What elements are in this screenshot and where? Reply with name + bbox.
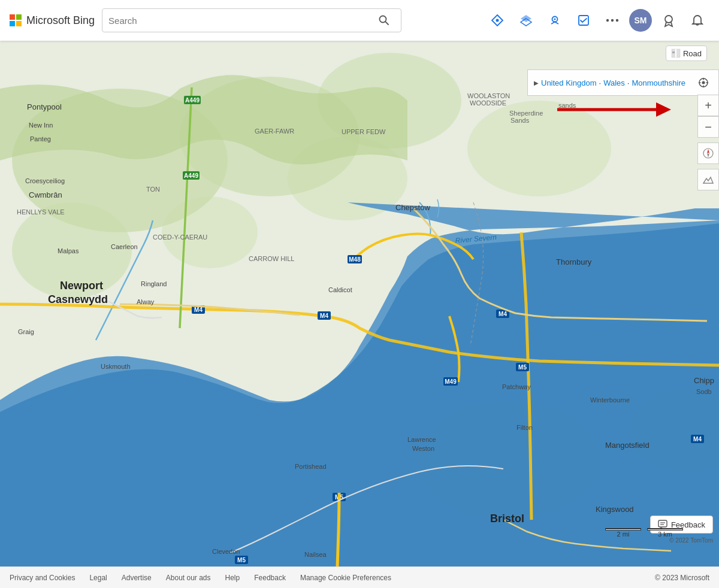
svg-text:M4: M4: [320, 313, 328, 319]
map-copyright: © 2022 TomTom: [669, 537, 713, 544]
layers-button[interactable]: [514, 8, 538, 32]
compass-button[interactable]: [697, 143, 719, 164]
svg-point-15: [616, 19, 618, 22]
svg-marker-107: [707, 149, 709, 153]
bing-logo[interactable]: Microsoft Bing: [10, 14, 95, 27]
svg-text:Bristol: Bristol: [490, 513, 524, 525]
search-box: [102, 8, 401, 32]
breadcrumb-country[interactable]: United Kingdom: [541, 78, 597, 87]
svg-text:Panteg: Panteg: [30, 135, 51, 143]
svg-text:Alway: Alway: [137, 298, 155, 305]
places-button[interactable]: [543, 8, 567, 32]
directions-icon: [491, 14, 504, 27]
header-tools: SM: [485, 8, 709, 32]
svg-text:A449: A449: [185, 97, 200, 104]
svg-text:M4: M4: [194, 307, 203, 313]
svg-text:Newport: Newport: [60, 280, 103, 292]
road-view-icon: [671, 49, 681, 58]
svg-text:WOOLASTON: WOOLASTON: [467, 92, 510, 99]
user-avatar[interactable]: SM: [629, 9, 652, 32]
svg-text:Portishead: Portishead: [295, 463, 327, 470]
scale-km: 3 km: [647, 528, 683, 538]
svg-text:WOODSIDE: WOODSIDE: [470, 99, 506, 107]
svg-rect-0: [10, 14, 15, 20]
notifications-button[interactable]: [685, 8, 709, 32]
more-button[interactable]: [600, 8, 624, 32]
layers-icon: [519, 14, 533, 27]
svg-text:M5: M5: [518, 364, 527, 371]
svg-point-16: [665, 16, 672, 23]
svg-text:HENLLYS VALE: HENLLYS VALE: [17, 208, 65, 216]
zoom-in-button[interactable]: +: [697, 95, 719, 116]
svg-text:M48: M48: [349, 256, 361, 263]
footer-about-ads-link[interactable]: About our ads: [166, 574, 211, 582]
svg-text:Mangotsfield: Mangotsfield: [605, 441, 649, 450]
svg-rect-99: [672, 51, 675, 53]
red-arrow-annotation: [551, 98, 683, 122]
svg-point-13: [606, 19, 609, 22]
svg-text:Thornbury: Thornbury: [556, 257, 592, 266]
breadcrumb-arrow: ▶: [534, 80, 539, 86]
svg-text:Caldicot: Caldicot: [328, 286, 352, 293]
notifications-icon: [691, 14, 704, 27]
bing-logo-text: Microsoft Bing: [26, 14, 95, 27]
footer-cookie-prefs-link[interactable]: Manage Cookie Preferences: [300, 574, 391, 582]
svg-text:Pontypool: Pontypool: [27, 102, 62, 111]
microsoft-logo-icon: [10, 14, 22, 26]
svg-text:M4: M4: [693, 436, 702, 442]
zoom-controls: + −: [697, 95, 719, 138]
checklist-button[interactable]: [572, 8, 596, 32]
rewards-button[interactable]: [657, 8, 681, 32]
compass-icon: [702, 147, 714, 159]
svg-text:A449: A449: [184, 172, 198, 179]
svg-text:Chepstow: Chepstow: [395, 203, 430, 212]
view-toggle[interactable]: Road: [666, 46, 707, 61]
footer-legal-link[interactable]: Legal: [89, 574, 107, 582]
view-mode-label: Road: [683, 49, 702, 58]
svg-rect-1: [16, 14, 22, 20]
svg-text:TON: TON: [146, 186, 160, 193]
breadcrumb-sep1: ·: [599, 78, 602, 87]
svg-text:M4: M4: [499, 311, 507, 317]
svg-text:Winterbourne: Winterbourne: [590, 396, 630, 404]
svg-text:Cwmbrân: Cwmbrân: [29, 190, 62, 199]
map-container[interactable]: M4 M4 M4 M4 M48 M5 M49 M5 M5 A449 A449: [0, 41, 719, 566]
svg-text:Malpas: Malpas: [58, 247, 79, 254]
zoom-out-button[interactable]: −: [697, 116, 719, 138]
breadcrumb: ▶ United Kingdom · Wales · Monmouthshire: [527, 69, 719, 96]
search-icon: [379, 15, 389, 26]
breadcrumb-county[interactable]: Monmouthshire: [632, 78, 685, 87]
search-input[interactable]: [108, 16, 373, 26]
svg-text:CARROW HILL: CARROW HILL: [249, 255, 294, 262]
search-button[interactable]: [373, 10, 395, 31]
footer-advertise-link[interactable]: Advertise: [122, 574, 152, 582]
svg-text:Nailsea: Nailsea: [304, 551, 327, 558]
footer-feedback-link[interactable]: Feedback: [254, 574, 286, 582]
breadcrumb-region[interactable]: Wales: [603, 78, 625, 87]
breadcrumb-sep2: ·: [627, 78, 630, 87]
svg-text:Weston: Weston: [412, 445, 434, 452]
terrain-button[interactable]: [697, 169, 719, 190]
svg-text:Sodb: Sodb: [696, 388, 712, 395]
svg-text:Graig: Graig: [18, 328, 34, 335]
footer-help-link[interactable]: Help: [225, 574, 240, 582]
footer-copyright: © 2023 Microsoft: [655, 574, 709, 582]
locate-button[interactable]: [694, 74, 712, 92]
svg-line-5: [385, 22, 388, 25]
places-icon: [548, 14, 561, 27]
svg-text:Croesyceiliog: Croesyceiliog: [25, 177, 65, 184]
svg-text:Clevedon: Clevedon: [212, 548, 240, 555]
svg-rect-2: [10, 21, 15, 26]
directions-button[interactable]: [485, 8, 509, 32]
svg-text:GAER-FAWR: GAER-FAWR: [255, 128, 294, 135]
rewards-icon: [661, 13, 676, 28]
svg-marker-96: [656, 102, 671, 117]
svg-text:M49: M49: [445, 378, 457, 385]
svg-text:Uskmouth: Uskmouth: [101, 363, 131, 370]
svg-point-7: [496, 19, 499, 22]
svg-text:Casnewydd: Casnewydd: [48, 293, 108, 305]
footer-privacy-link[interactable]: Privacy and Cookies: [10, 574, 75, 582]
svg-point-11: [554, 19, 556, 20]
svg-text:COED-Y-CAERAU: COED-Y-CAERAU: [153, 234, 207, 241]
footer: Privacy and Cookies Legal Advertise Abou…: [0, 566, 719, 588]
